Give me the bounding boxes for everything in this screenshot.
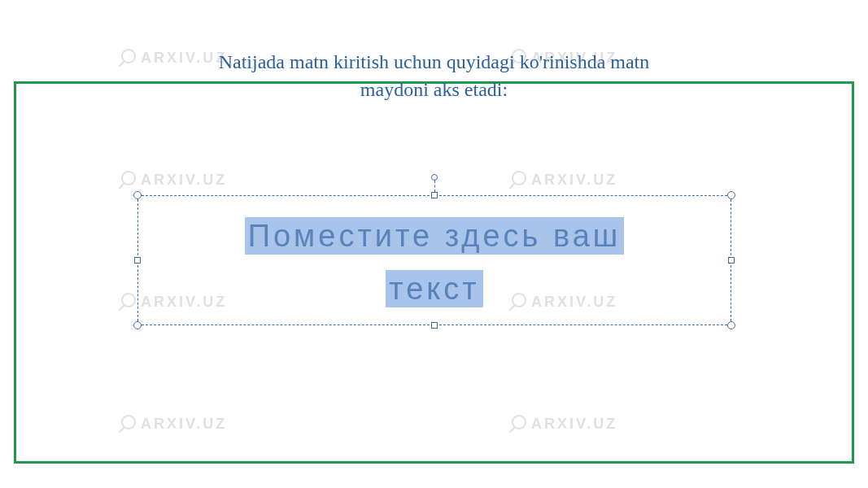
placeholder-line-2: текст [386, 270, 483, 307]
resize-handle-top[interactable] [431, 192, 438, 198]
placeholder-line-1: Поместите здесь ваш [245, 217, 625, 255]
resize-handle-bottom-left[interactable] [133, 321, 142, 329]
resize-handle-top-right[interactable] [727, 191, 735, 199]
slide-title: Natijada matn kiritish uchun quyidagi ko… [0, 49, 868, 103]
title-line-1: Natijada matn kiritish uchun quyidagi ko… [219, 51, 650, 72]
resize-handle-bottom-right[interactable] [727, 321, 735, 329]
rotation-handle[interactable] [431, 174, 438, 181]
resize-handle-top-left[interactable] [133, 191, 142, 199]
rotation-connector [434, 181, 435, 192]
resize-handle-bottom[interactable] [431, 322, 438, 329]
title-line-2: maydoni aks etadi: [360, 79, 508, 100]
placeholder-text[interactable]: Поместите здесь ваш текст [137, 210, 731, 315]
text-box[interactable]: Поместите здесь ваш текст [137, 195, 731, 325]
